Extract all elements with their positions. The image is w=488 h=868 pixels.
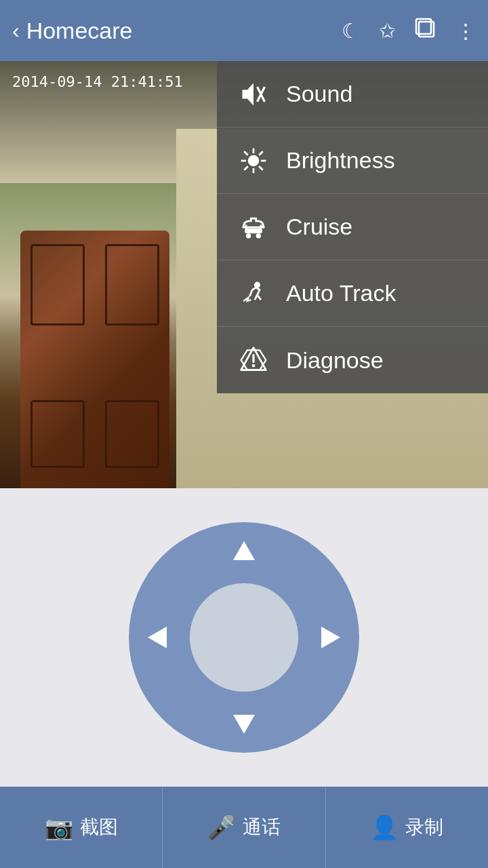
bottom-bar: 📷 截图 🎤 通话 👤 录制	[0, 787, 488, 868]
control-area	[0, 488, 488, 787]
menu-item-diagnose[interactable]: Diagnose	[217, 327, 488, 393]
screenshot-label: 截图	[80, 814, 118, 840]
svg-line-11	[259, 151, 263, 155]
more-icon[interactable]: ⋮	[455, 19, 476, 43]
svg-marker-21	[233, 541, 255, 560]
header: ‹ Homecare ☾ ✩ ⋮	[0, 0, 488, 61]
dpad-left-button[interactable]	[138, 617, 179, 658]
record-button[interactable]: 👤 录制	[326, 787, 488, 868]
moon-icon[interactable]: ☾	[342, 19, 360, 43]
dpad-up-button[interactable]	[224, 532, 264, 572]
svg-line-10	[259, 166, 263, 170]
dpad	[129, 522, 359, 753]
call-label: 通话	[243, 814, 281, 840]
svg-marker-23	[148, 627, 167, 648]
svg-point-20	[252, 364, 256, 368]
menu-item-sound[interactable]: Sound	[217, 61, 488, 127]
svg-marker-22	[233, 715, 255, 734]
dpad-right-button[interactable]	[309, 617, 350, 658]
cruise-label: Cruise	[286, 214, 352, 240]
cruise-icon	[236, 210, 271, 245]
svg-point-4	[248, 155, 260, 166]
dpad-down-button[interactable]	[224, 703, 264, 743]
svg-rect-13	[245, 228, 262, 233]
back-button[interactable]: ‹	[12, 18, 20, 43]
record-icon: 👤	[370, 814, 399, 841]
star-icon[interactable]: ✩	[379, 19, 396, 43]
dropdown-menu: Sound Brightness	[217, 61, 488, 393]
layers-icon[interactable]	[415, 18, 436, 44]
brightness-label: Brightness	[286, 147, 395, 174]
svg-line-9	[244, 151, 248, 155]
svg-line-12	[244, 166, 248, 170]
svg-point-15	[256, 233, 261, 238]
brightness-icon	[236, 143, 271, 178]
camera-timestamp: 2014-09-14 21:41:51	[12, 73, 183, 90]
dpad-center-button[interactable]	[190, 583, 298, 692]
menu-item-cruise[interactable]: Cruise	[217, 194, 488, 260]
screenshot-button[interactable]: 📷 截图	[0, 787, 163, 868]
menu-item-brightness[interactable]: Brightness	[217, 127, 488, 194]
sound-label: Sound	[286, 81, 352, 107]
svg-marker-24	[321, 627, 340, 648]
auto-track-label: Auto Track	[286, 280, 396, 307]
auto-track-icon	[236, 276, 271, 311]
diagnose-label: Diagnose	[286, 347, 384, 374]
record-label: 录制	[405, 814, 443, 840]
menu-item-auto-track[interactable]: Auto Track	[217, 260, 488, 327]
camera-icon: 📷	[45, 814, 73, 841]
mic-icon: 🎤	[207, 814, 236, 841]
diagnose-icon	[236, 342, 271, 378]
call-button[interactable]: 🎤 通话	[163, 787, 325, 868]
svg-point-14	[246, 233, 251, 238]
sound-icon	[236, 77, 271, 112]
door-decor	[20, 231, 169, 488]
app-title: Homecare	[26, 18, 323, 44]
